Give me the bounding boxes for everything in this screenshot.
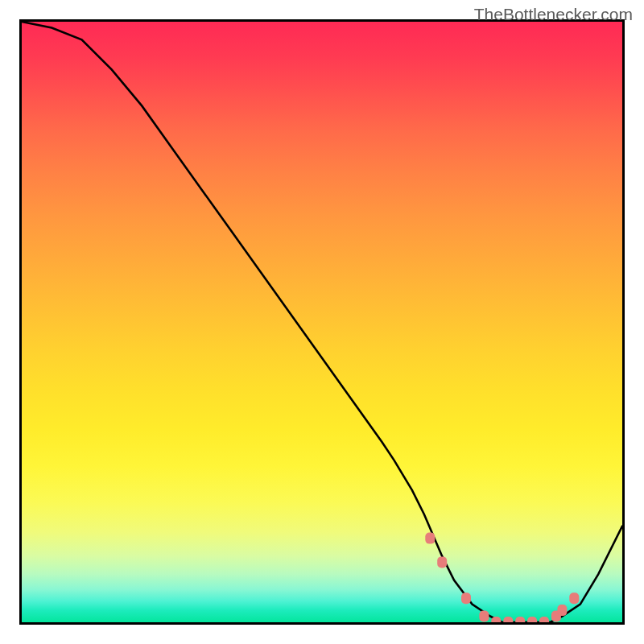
- curve-path: [22, 22, 622, 622]
- bottleneck-curve: [22, 22, 622, 622]
- curve-markers: [425, 533, 579, 622]
- marker-point: [503, 617, 513, 622]
- marker-point: [515, 617, 525, 622]
- watermark-text: TheBottlenecker.com: [474, 5, 633, 24]
- marker-point: [437, 556, 447, 568]
- marker-point: [479, 611, 489, 622]
- marker-point: [539, 617, 549, 622]
- marker-point: [557, 605, 567, 616]
- marker-point: [425, 533, 435, 544]
- marker-point: [569, 592, 579, 604]
- marker-point: [527, 617, 537, 622]
- marker-point: [461, 592, 471, 604]
- plot-area: [19, 19, 625, 625]
- chart-container: TheBottlenecker.com: [0, 0, 644, 644]
